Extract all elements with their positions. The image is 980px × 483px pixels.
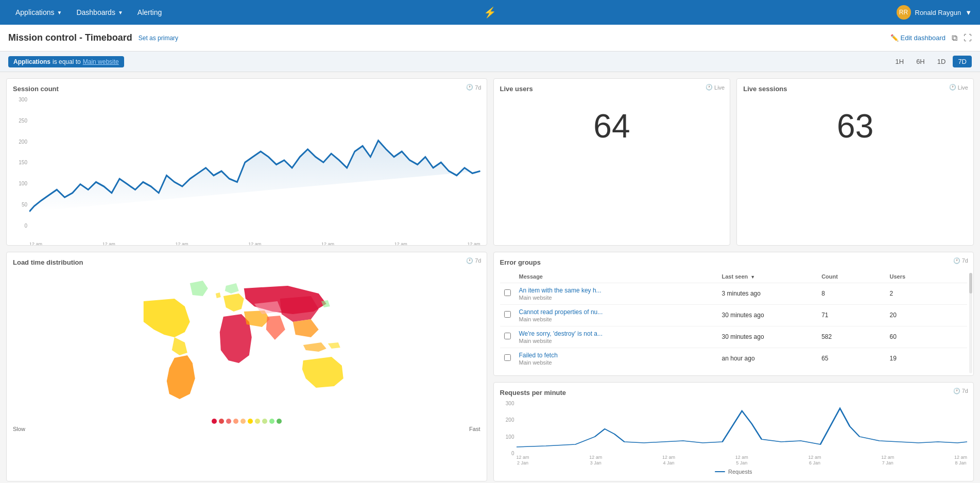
dot-orange2 bbox=[240, 419, 246, 424]
requests-per-minute-card: Requests per minute 🕐 7d 3002001000 12 a… bbox=[493, 382, 974, 481]
row-users: 60 bbox=[886, 326, 967, 348]
nav-logo-container: ⚡ bbox=[484, 6, 496, 19]
dot-red2 bbox=[219, 419, 224, 424]
requests-legend: Requests bbox=[500, 469, 968, 475]
session-count-card: Session count 🕐 7d 300250200150100500 bbox=[6, 78, 487, 246]
edit-icon: ✏️ bbox=[890, 34, 899, 42]
set-primary-link[interactable]: Set as primary bbox=[139, 34, 178, 42]
row-checkbox[interactable] bbox=[500, 326, 515, 348]
th-checkbox bbox=[500, 270, 515, 283]
error-groups-table: Message Last seen ▼ Count Users bbox=[500, 270, 968, 369]
error-message-link[interactable]: An item with the same key h... bbox=[519, 287, 601, 294]
map-legend-labels: Slow Fast bbox=[13, 426, 480, 432]
nav-applications-label: Applications bbox=[15, 8, 55, 16]
error-groups-table-scroll[interactable]: Message Last seen ▼ Count Users bbox=[500, 270, 968, 369]
row-checkbox[interactable] bbox=[500, 283, 515, 304]
error-message-link[interactable]: Failed to fetch bbox=[519, 352, 558, 359]
row-count: 65 bbox=[817, 348, 885, 369]
nav-dashboards-arrow: ▼ bbox=[118, 10, 123, 15]
th-message[interactable]: Message bbox=[515, 270, 718, 283]
requests-title: Requests per minute bbox=[500, 389, 968, 396]
session-count-badge: 🕐 7d bbox=[466, 84, 481, 91]
live-users-title: Live users bbox=[500, 85, 724, 93]
row-last-seen: 30 minutes ago bbox=[718, 326, 818, 348]
filter-operator-label: is equal to bbox=[53, 58, 81, 65]
error-source: Main website bbox=[519, 338, 714, 344]
clock-live2-icon: 🕐 bbox=[949, 84, 956, 91]
table-row[interactable]: Failed to fetch Main website an hour ago… bbox=[500, 348, 968, 369]
edit-dashboard-button[interactable]: ✏️ Edit dashboard bbox=[890, 34, 945, 42]
error-source: Main website bbox=[519, 295, 714, 301]
requests-x-labels: 12 am2 Jan 12 am3 Jan 12 am4 Jan 12 am5 … bbox=[517, 455, 968, 467]
error-source: Main website bbox=[519, 316, 714, 322]
copy-icon[interactable]: ⧉ bbox=[952, 33, 957, 43]
session-count-title: Session count bbox=[13, 85, 480, 93]
time-btn-7d[interactable]: 7D bbox=[953, 56, 972, 67]
th-last-seen[interactable]: Last seen ▼ bbox=[718, 270, 818, 283]
clock-live-icon: 🕐 bbox=[706, 84, 713, 91]
table-row[interactable]: Cannot read properties of nu... Main web… bbox=[500, 304, 968, 326]
row-users: 2 bbox=[886, 283, 967, 304]
error-message-link[interactable]: Cannot read properties of nu... bbox=[519, 308, 603, 316]
nav-user[interactable]: RR Ronald Raygun ▼ bbox=[897, 5, 972, 20]
row-checkbox[interactable] bbox=[500, 348, 515, 369]
dot-lime bbox=[262, 419, 267, 424]
nav-logo: ⚡ bbox=[484, 7, 496, 18]
row-last-seen: an hour ago bbox=[718, 348, 818, 369]
requests-legend-label: Requests bbox=[728, 469, 752, 475]
dot-salmon bbox=[233, 419, 238, 424]
time-btn-6h[interactable]: 6H bbox=[911, 56, 930, 67]
row-count: 582 bbox=[817, 326, 885, 348]
time-btn-1d[interactable]: 1D bbox=[932, 56, 951, 67]
error-source: Main website bbox=[519, 359, 714, 366]
page-title: Mission control - Timeboard bbox=[8, 32, 132, 43]
clock-req-icon: 🕐 bbox=[953, 388, 960, 394]
nav-dashboards-label: Dashboards bbox=[76, 8, 115, 16]
nav-dashboards[interactable]: Dashboards ▼ bbox=[69, 0, 130, 25]
live-sessions-count: 63 bbox=[743, 97, 967, 156]
row-checkbox[interactable] bbox=[500, 304, 515, 326]
nav-alerting[interactable]: Alerting bbox=[130, 0, 169, 25]
row-message: We're sorry, 'destroy' is not a... Main … bbox=[515, 326, 718, 348]
live-users-badge: 🕐 Live bbox=[706, 84, 725, 91]
dot-red bbox=[212, 419, 217, 424]
top-nav: Applications ▼ Dashboards ▼ Alerting ⚡ R… bbox=[0, 0, 980, 25]
requests-chart-svg bbox=[517, 401, 968, 452]
error-message-link[interactable]: We're sorry, 'destroy' is not a... bbox=[519, 330, 603, 337]
requests-chart-container: 3002001000 12 am2 Jan 12 am3 Jan 12 am4 … bbox=[500, 401, 968, 467]
dot-green2 bbox=[277, 419, 282, 424]
row-last-seen: 30 minutes ago bbox=[718, 304, 818, 326]
row-users: 19 bbox=[886, 348, 967, 369]
expand-icon[interactable]: ⛶ bbox=[964, 33, 972, 43]
th-count[interactable]: Count bbox=[817, 270, 885, 283]
toolbar: Mission control - Timeboard Set as prima… bbox=[0, 25, 980, 51]
nav-applications-arrow: ▼ bbox=[57, 10, 62, 15]
slow-label: Slow bbox=[13, 426, 25, 432]
sort-arrow: ▼ bbox=[750, 274, 755, 280]
error-groups-badge: 🕐 7d bbox=[953, 257, 968, 264]
legend-line bbox=[715, 471, 725, 472]
nav-right: RR Ronald Raygun ▼ bbox=[897, 5, 972, 20]
requests-y-labels: 3002001000 bbox=[500, 401, 514, 467]
fast-label: Fast bbox=[469, 426, 480, 432]
error-groups-card: Error groups 🕐 7d Message Last seen ▼ bbox=[493, 252, 974, 376]
live-sessions-card: Live sessions 🕐 Live 63 bbox=[736, 78, 974, 246]
clock-error-icon: 🕐 bbox=[953, 257, 960, 264]
clock-load-icon: 🕐 bbox=[466, 257, 473, 264]
table-row[interactable]: We're sorry, 'destroy' is not a... Main … bbox=[500, 326, 968, 348]
nav-applications[interactable]: Applications ▼ bbox=[8, 0, 69, 25]
th-users[interactable]: Users bbox=[886, 270, 967, 283]
row-count: 71 bbox=[817, 304, 885, 326]
map-legend-dots bbox=[13, 419, 480, 424]
time-buttons: 1H 6H 1D 7D bbox=[890, 56, 972, 67]
row-users: 20 bbox=[886, 304, 967, 326]
dot-yellow2 bbox=[255, 419, 260, 424]
dashboard: Session count 🕐 7d 300250200150100500 bbox=[0, 72, 980, 483]
time-btn-1h[interactable]: 1H bbox=[890, 56, 909, 67]
row-message: Cannot read properties of nu... Main web… bbox=[515, 304, 718, 326]
filter-tag[interactable]: Applications is equal to Main website bbox=[8, 56, 124, 67]
error-groups-title: Error groups bbox=[500, 258, 968, 266]
session-chart-svg bbox=[29, 97, 480, 239]
filter-value[interactable]: Main website bbox=[83, 58, 119, 65]
table-row[interactable]: An item with the same key h... Main webs… bbox=[500, 283, 968, 304]
